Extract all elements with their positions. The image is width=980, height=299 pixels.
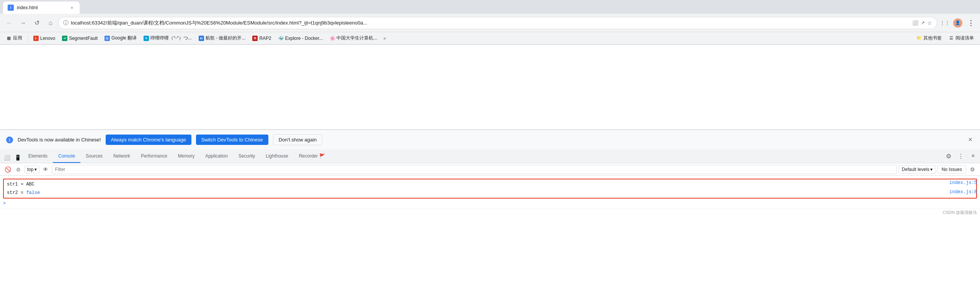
bookmark-reading-list[interactable]: ☰ 阅读清单 xyxy=(946,34,977,42)
tab-network[interactable]: Network xyxy=(108,150,136,163)
devtools-responsive-button[interactable]: 📱 xyxy=(12,152,23,163)
console-filter-input[interactable] xyxy=(52,165,897,174)
tab-favicon: i xyxy=(8,5,14,11)
tab-sources[interactable]: Sources xyxy=(80,150,108,163)
share-icon: ↗ xyxy=(921,20,925,26)
docker-icon: 🐳 xyxy=(278,36,284,41)
chevron-down-icon: ▾ xyxy=(34,167,37,172)
notification-message: DevTools is now available in Chinese! xyxy=(18,137,101,143)
tab-lighthouse[interactable]: Lighthouse xyxy=(260,150,294,163)
match-language-button[interactable]: Always match Chrome's language xyxy=(106,135,191,145)
active-tab[interactable]: i index.html × xyxy=(3,2,80,14)
tab-close-button[interactable]: × xyxy=(69,5,75,11)
devtools-close-button[interactable]: × xyxy=(968,151,978,161)
eye-icon: 👁 xyxy=(43,166,48,172)
devtools-settings-button[interactable]: ⚙ xyxy=(943,151,954,161)
cast-icon: ⬜ xyxy=(912,20,918,26)
profile-button[interactable]: 👤 xyxy=(952,17,964,29)
default-levels-label: Default levels xyxy=(902,167,929,172)
chrome-menu-button[interactable]: ⋮ xyxy=(965,17,977,29)
menu-bar-button[interactable]: ⋮⋮ xyxy=(939,17,951,29)
address-bar[interactable]: ⓘ localhost:63342/前端/qian_duan/课程/文档/Com… xyxy=(58,17,937,29)
tab-elements[interactable]: Elements xyxy=(23,150,53,163)
bookmark-apps[interactable]: ▦ 应用 xyxy=(3,34,25,42)
log-content: str1 = ABC str2 = false xyxy=(7,180,973,197)
bookmark-label: 其他书签 xyxy=(923,35,942,41)
bookmark-google-translate[interactable]: G Google 翻译 xyxy=(101,34,140,42)
bookmark-label: Google 翻译 xyxy=(111,35,137,41)
tab-application[interactable]: Application xyxy=(200,150,233,163)
bookmark-separator xyxy=(28,35,28,41)
bookmark-docker[interactable]: 🐳 Explore - Docker... xyxy=(275,35,326,42)
file-reference-1[interactable]: index.js:5 xyxy=(949,180,977,186)
bookmark-label: RAP2 xyxy=(259,36,271,41)
bookmark-segmentfault[interactable]: sf SegmentFault xyxy=(59,35,101,42)
forward-button[interactable]: → xyxy=(17,17,29,29)
lenovo-icon: L xyxy=(33,36,39,41)
devtools-notification-bar: i DevTools is now available in Chinese! … xyxy=(0,130,980,150)
tab-security[interactable]: Security xyxy=(233,150,260,163)
tab-performance[interactable]: Performance xyxy=(136,150,173,163)
bookmark-label: Explore - Docker... xyxy=(285,36,323,41)
browser-chrome: i index.html × ← → ↺ ⌂ ⓘ localhost:63342… xyxy=(0,0,980,45)
switch-to-chinese-button[interactable]: Switch DevTools to Chinese xyxy=(196,135,268,145)
default-levels-button[interactable]: Default levels ▾ xyxy=(898,165,936,174)
settings-icon: ⚙ xyxy=(970,166,975,172)
console-eye-button[interactable]: 👁 xyxy=(41,165,50,174)
console-output: str1 = ABC str2 = false index.js:5 index… xyxy=(0,176,980,209)
prompt-chevron: > xyxy=(3,201,6,206)
bookmark-hangge[interactable]: H 航歌 - 做最好的开... xyxy=(196,34,249,42)
bookmark-label: 航歌 - 做最好的开... xyxy=(206,35,246,41)
var-value-str1: ABC xyxy=(26,182,34,187)
no-issues-button[interactable]: No Issues xyxy=(938,165,966,174)
more-icon: ⋮ xyxy=(958,153,964,160)
tab-memory[interactable]: Memory xyxy=(173,150,200,163)
console-prompt[interactable]: > xyxy=(0,200,980,207)
notification-close-button[interactable]: × xyxy=(967,134,974,145)
home-button[interactable]: ⌂ xyxy=(44,17,57,29)
settings-icon: ⚙ xyxy=(946,153,951,160)
console-settings-button[interactable]: ⚙ xyxy=(968,165,977,174)
tab-bar: i index.html × xyxy=(0,0,980,14)
context-label: top xyxy=(27,167,34,172)
devtools-more-button[interactable]: ⋮ xyxy=(956,151,966,161)
close-icon: × xyxy=(971,153,975,159)
equals-sign-1: = xyxy=(21,182,26,187)
devtools-inspect-button[interactable]: ⬜ xyxy=(2,152,12,163)
bookmark-label: 哔哩哔哩（°-°）つ... xyxy=(150,35,192,41)
footer-text: CSDN @最强骆马 xyxy=(943,210,977,215)
folder-icon: 📁 xyxy=(916,36,922,41)
devtools-tab-actions: ⚙ ⋮ × xyxy=(943,151,978,163)
bookmark-rap2[interactable]: R RAP2 xyxy=(249,35,274,42)
tab-console[interactable]: Console xyxy=(53,150,80,163)
console-line-2: str2 = false xyxy=(7,189,973,197)
reload-button[interactable]: ↺ xyxy=(31,17,43,29)
console-context-selector[interactable]: top ▾ xyxy=(24,166,39,173)
console-line-1: str1 = ABC xyxy=(7,180,973,189)
clear-icon: 🚫 xyxy=(5,166,11,172)
bookmark-lenovo[interactable]: L Lenovo xyxy=(30,35,58,42)
no-issues-label: No Issues xyxy=(942,167,962,172)
toolbar-actions: ⋮⋮ 👤 ⋮ xyxy=(939,17,977,29)
bookmarks-bar: ▦ 应用 L Lenovo sf SegmentFault G Google 翻… xyxy=(0,32,980,44)
console-clear-button[interactable]: 🚫 xyxy=(3,165,12,174)
bookmark-label: 中国大学生计算机... xyxy=(336,35,377,41)
file-reference-2[interactable]: index.js:8 xyxy=(949,189,977,195)
apps-icon: ▦ xyxy=(6,36,11,41)
rap2-icon: R xyxy=(252,36,258,41)
browser-toolbar: ← → ↺ ⌂ ⓘ localhost:63342/前端/qian_duan/课… xyxy=(0,14,980,32)
dont-show-again-button[interactable]: Don't show again xyxy=(273,134,322,145)
bookmark-bilibili[interactable]: b 哔哩哔哩（°-°）つ... xyxy=(140,34,195,42)
bookmark-label: 应用 xyxy=(13,35,22,41)
tab-recorder[interactable]: Recorder 🚩 xyxy=(294,150,330,163)
equals-sign-2: = xyxy=(21,190,26,196)
console-toolbar: 🚫 ⊘ top ▾ 👁 Default levels ▾ No Issues ⚙ xyxy=(0,163,980,176)
google-translate-icon: G xyxy=(105,36,110,41)
block-icon: ⊘ xyxy=(16,166,21,172)
bookmark-label: SegmentFault xyxy=(69,36,98,41)
console-block-button[interactable]: ⊘ xyxy=(14,165,23,174)
bookmark-other[interactable]: 📁 其他书签 xyxy=(913,34,945,42)
back-button[interactable]: ← xyxy=(3,17,15,29)
more-bookmarks-button[interactable]: » xyxy=(381,35,388,42)
bookmark-china-university[interactable]: 🌸 中国大学生计算机... xyxy=(327,34,380,42)
